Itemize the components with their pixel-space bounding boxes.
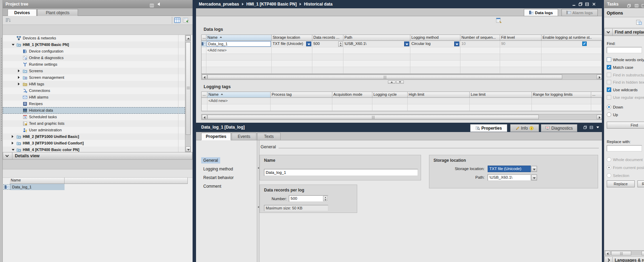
panel-divider[interactable] — [193, 0, 196, 262]
scroll-right-button[interactable] — [597, 115, 602, 119]
add-new-cell[interactable]: <Add new> — [207, 98, 271, 104]
tree-item-runtime-settings[interactable]: Runtime settings — [3, 61, 185, 68]
find-button[interactable]: Find — [607, 122, 644, 129]
nav-item-general[interactable]: General — [201, 156, 257, 165]
tab-devices[interactable]: Devices — [8, 9, 37, 16]
tree-item-recipes[interactable]: Recipes — [3, 101, 185, 107]
scroll-left-button[interactable] — [202, 115, 207, 119]
dropdown-icon[interactable] — [404, 41, 409, 46]
nav-item-logging-method[interactable]: Logging method — [201, 165, 257, 174]
view-tab-alarm-logs[interactable]: Alarm logs — [562, 9, 598, 16]
expander-closed-icon[interactable] — [12, 135, 13, 138]
scroll-thumb[interactable] — [186, 42, 191, 135]
tree-item-hmi-4-ktp400-basic-color-pn[interactable]: HMI_4 [KTP400 Basic color PN] — [3, 147, 185, 152]
column-header--[interactable]: ... — [202, 35, 206, 41]
column-header-name[interactable]: Name — [207, 92, 271, 98]
scroll-up-button[interactable] — [186, 36, 191, 41]
checkbox-whole-words-only[interactable] — [607, 57, 611, 62]
float-panel-icon[interactable] — [583, 125, 587, 130]
maximize-icon[interactable] — [585, 2, 589, 7]
tree-item-scheduled-tasks[interactable]: 5Scheduled tasks — [3, 114, 185, 120]
table-row[interactable] — [202, 60, 602, 67]
table-row[interactable] — [202, 104, 602, 111]
inspector-nav-splitter[interactable] — [257, 140, 260, 262]
column-header-path[interactable]: Path — [343, 35, 410, 41]
expander-closed-icon[interactable] — [18, 69, 20, 72]
export-table-icon[interactable] — [183, 17, 189, 24]
expander-closed-icon[interactable] — [18, 83, 20, 85]
column-header--[interactable]: ... — [202, 92, 207, 98]
column-header-low-limit[interactable]: Low limit — [470, 92, 532, 98]
path-cell[interactable]: \USB_X60.1\ — [343, 41, 410, 47]
name-cell[interactable]: Data_log_1 — [206, 41, 272, 47]
column-header-number-of-sequen-[interactable]: Number of sequen... — [460, 35, 500, 41]
column-header-fill-level[interactable]: Fill level — [500, 35, 541, 41]
column-header--[interactable]: ... — [591, 92, 602, 98]
table-row[interactable]: <Add new> — [202, 98, 602, 104]
tab-plant-objects[interactable]: Plant objects — [37, 9, 78, 16]
stepper-icon[interactable] — [338, 41, 343, 47]
name-field[interactable] — [264, 169, 418, 176]
column-header-data-records-[interactable]: Data records ... — [312, 35, 343, 41]
column-header-logging-method[interactable]: Logging method — [410, 35, 460, 41]
data-records-cell[interactable]: 500 — [312, 41, 343, 47]
column-header-process-tag[interactable]: Process tag — [271, 92, 332, 98]
tree-item-hmi-2-mtp1000-unified-basic[interactable]: HMI_2 [MTP1000 Unified Basic] — [3, 133, 185, 140]
column-header-name[interactable]: Name — [206, 35, 272, 41]
expander-open-icon[interactable] — [12, 149, 14, 151]
scroll-left-button[interactable] — [202, 75, 207, 79]
view-tab-data-logs[interactable]: Data logs — [524, 9, 558, 16]
radio-up[interactable] — [607, 112, 611, 117]
table-view-icon[interactable] — [174, 17, 180, 24]
tree-item-device-configuration[interactable]: Device configuration — [3, 48, 185, 55]
details-column-name[interactable]: Name — [10, 178, 65, 184]
nav-item-restart-behavior[interactable]: Restart behavior — [201, 174, 257, 182]
data-logs-hscrollbar[interactable] — [201, 74, 602, 80]
number-stepper[interactable] — [323, 196, 328, 201]
collapse-panel-icon[interactable] — [157, 2, 160, 6]
table-row[interactable] — [202, 67, 602, 74]
storage-location-select[interactable]: TXT file (Unicode) — [488, 166, 531, 172]
dropdown-icon[interactable] — [306, 41, 311, 46]
breadcrumb-item[interactable]: Historical data — [304, 2, 333, 7]
column-header-range-for-logging-limits[interactable]: Range for logging limits — [532, 92, 591, 98]
restore-icon[interactable] — [578, 2, 583, 7]
table-row[interactable] — [202, 54, 602, 60]
enable-logging-checkbox[interactable] — [582, 41, 587, 46]
radio-whole-document[interactable] — [607, 157, 611, 162]
radio-down[interactable] — [607, 105, 611, 109]
tab-texts-sub[interactable]: Texts — [257, 133, 281, 140]
table-edit-icon[interactable] — [496, 17, 502, 24]
expander-closed-icon[interactable] — [12, 142, 13, 144]
storage-location-cell[interactable]: TXT file (Unicode) — [272, 41, 312, 47]
column-header-storage-location[interactable]: Storage location — [272, 35, 312, 41]
number-field[interactable]: 500 — [289, 195, 328, 202]
scroll-thumb[interactable] — [207, 75, 562, 79]
languages-resources-header[interactable]: Languages & resources — [604, 256, 644, 262]
find-input[interactable] — [607, 47, 642, 53]
tree-item-hmi-3-mtp1000-unified-comfort[interactable]: HMI_3 [MTP1000 Unified Comfort] — [3, 140, 185, 147]
tree-item-hmi-alarms[interactable]: HMI alarms — [3, 94, 185, 101]
storage-location-dropdown-icon[interactable] — [531, 166, 537, 172]
table-row[interactable]: <Add new> — [202, 47, 602, 54]
expander-open-icon[interactable] — [12, 44, 14, 46]
path-select[interactable]: \USB_X60.1\ — [488, 174, 531, 181]
find-window-icon[interactable] — [636, 20, 642, 26]
collapse-inspector-icon[interactable] — [589, 125, 593, 130]
checkbox-use-wildcards[interactable] — [607, 87, 611, 92]
splitter-collapse-down[interactable] — [396, 81, 404, 84]
details-view-header[interactable]: Details view — [3, 152, 193, 160]
column-header-acquisition-mode[interactable]: Acquisition mode — [332, 92, 372, 98]
column-header-enable-logging-at-runtime-st-[interactable]: Enable logging at runtime st.. — [541, 35, 602, 41]
inspector-menu-icon[interactable] — [596, 127, 599, 128]
column-header-logging-cycle[interactable]: Logging cycle — [372, 92, 408, 98]
tab-properties-sub[interactable]: Properties — [201, 133, 231, 140]
breadcrumb-item[interactable]: Mercadona_pruebas — [199, 2, 239, 7]
tree-item-historical-data[interactable]: Historical data — [3, 107, 185, 114]
tree-item-connections[interactable]: Connections — [3, 87, 185, 94]
sort-icon[interactable] — [6, 18, 11, 24]
tree-item-hmi-1-ktp400-basic-pn[interactable]: HMI_1 [KTP400 Basic PN] — [3, 41, 185, 48]
tab-events-sub[interactable]: Events — [232, 133, 256, 140]
tab-properties-main[interactable]: Properties — [470, 124, 507, 132]
column-header-high-limit[interactable]: High limit — [408, 92, 470, 98]
